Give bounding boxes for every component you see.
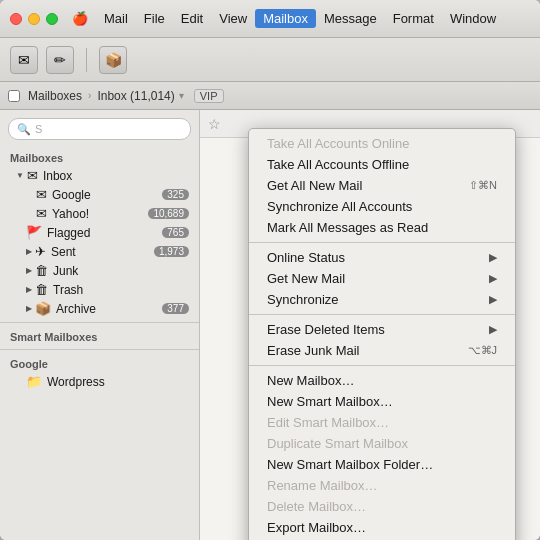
menu-message[interactable]: Message: [316, 9, 385, 28]
menu-apple[interactable]: 🍎: [64, 9, 96, 28]
minimize-button[interactable]: [28, 13, 40, 25]
junk-expand-icon: ▶: [26, 266, 32, 275]
archive-expand-icon: ▶: [26, 304, 32, 313]
menu-item-get-new-mail[interactable]: Get New Mail ▶: [249, 268, 515, 289]
menu-item-duplicate-smart-mailbox[interactable]: Duplicate Smart Mailbox: [249, 433, 515, 454]
take-all-offline-label: Take All Accounts Offline: [267, 157, 409, 172]
menu-item-mark-all-read[interactable]: Mark All Messages as Read: [249, 217, 515, 238]
export-mailbox-label: Export Mailbox…: [267, 520, 366, 535]
flagged-icon: 🚩: [26, 225, 42, 240]
menu-file[interactable]: File: [136, 9, 173, 28]
menu-item-synchronize[interactable]: Synchronize ▶: [249, 289, 515, 310]
menu-item-take-all-offline[interactable]: Take All Accounts Offline: [249, 154, 515, 175]
duplicate-smart-mailbox-label: Duplicate Smart Mailbox: [267, 436, 408, 451]
sidebar-search[interactable]: 🔍 S: [8, 118, 191, 140]
trash-label: Trash: [53, 283, 189, 297]
menu-edit[interactable]: Edit: [173, 9, 211, 28]
sidebar-item-flagged[interactable]: 🚩 Flagged 765: [0, 223, 199, 242]
close-button[interactable]: [10, 13, 22, 25]
menu-item-export-mailbox[interactable]: Export Mailbox…: [249, 517, 515, 538]
dropdown-sep-3: [249, 365, 515, 366]
menu-item-take-all-online[interactable]: Take All Accounts Online: [249, 133, 515, 154]
synchronize-label: Synchronize: [267, 292, 339, 307]
yahoo-icon: ✉: [36, 206, 47, 221]
trash-icon: 🗑: [35, 282, 48, 297]
menu-bar: 🍎 Mail File Edit View Mailbox Message Fo…: [64, 9, 530, 28]
menu-item-delete-mailbox[interactable]: Delete Mailbox…: [249, 496, 515, 517]
google-label: Google: [52, 188, 162, 202]
junk-icon: 🗑: [35, 263, 48, 278]
erase-deleted-arrow: ▶: [489, 323, 497, 336]
titlebar: 🍎 Mail File Edit View Mailbox Message Fo…: [0, 0, 540, 38]
menu-mail[interactable]: Mail: [96, 9, 136, 28]
menu-item-online-status[interactable]: Online Status ▶: [249, 247, 515, 268]
sidebar-item-trash[interactable]: ▶ 🗑 Trash: [0, 280, 199, 299]
breadcrumb-mailboxes[interactable]: Mailboxes: [8, 89, 82, 103]
menu-item-erase-deleted[interactable]: Erase Deleted Items ▶: [249, 319, 515, 340]
sent-expand-icon: ▶: [26, 247, 32, 256]
menu-format[interactable]: Format: [385, 9, 442, 28]
toolbar: ✉ ✏ 📦: [0, 38, 540, 82]
vip-badge[interactable]: VIP: [194, 89, 224, 103]
yahoo-badge: 10,689: [148, 208, 189, 219]
menu-item-new-smart-mailbox-folder[interactable]: New Smart Mailbox Folder…: [249, 454, 515, 475]
new-smart-mailbox-folder-label: New Smart Mailbox Folder…: [267, 457, 433, 472]
menu-item-sync-all[interactable]: Synchronize All Accounts: [249, 196, 515, 217]
archive-button[interactable]: 📦: [99, 46, 127, 74]
sync-all-label: Synchronize All Accounts: [267, 199, 412, 214]
mailbox-dropdown-menu: Take All Accounts Online Take All Accoun…: [248, 128, 516, 540]
breadcrumb-mailboxes-label: Mailboxes: [28, 89, 82, 103]
breadcrumb-inbox[interactable]: Inbox (11,014) ▾: [97, 89, 183, 103]
menu-item-new-smart-mailbox[interactable]: New Smart Mailbox…: [249, 391, 515, 412]
mark-all-read-label: Mark All Messages as Read: [267, 220, 428, 235]
menu-item-new-mailbox[interactable]: New Mailbox…: [249, 370, 515, 391]
star-col-icon: ☆: [208, 116, 221, 132]
sidebar-item-yahoo[interactable]: ✉ Yahoo! 10,689: [0, 204, 199, 223]
erase-junk-label: Erase Junk Mail: [267, 343, 359, 358]
dropdown-sep-1: [249, 242, 515, 243]
sidebar-item-wordpress[interactable]: 📁 Wordpress: [0, 372, 199, 391]
junk-label: Junk: [53, 264, 189, 278]
maximize-button[interactable]: [46, 13, 58, 25]
sidebar-item-archive[interactable]: ▶ 📦 Archive 377: [0, 299, 199, 318]
synchronize-arrow: ▶: [489, 293, 497, 306]
expand-icon: ▼: [16, 171, 24, 180]
sent-label: Sent: [51, 245, 154, 259]
sidebar-divider-2: [0, 349, 199, 350]
menu-item-get-all-new-mail[interactable]: Get All New Mail ⇧⌘N: [249, 175, 515, 196]
search-placeholder: S: [35, 123, 42, 135]
sent-badge: 1,973: [154, 246, 189, 257]
erase-junk-shortcut: ⌥⌘J: [468, 344, 498, 357]
get-all-new-mail-label: Get All New Mail: [267, 178, 362, 193]
new-smart-mailbox-label: New Smart Mailbox…: [267, 394, 393, 409]
menu-mailbox[interactable]: Mailbox: [255, 9, 316, 28]
sidebar-item-junk[interactable]: ▶ 🗑 Junk: [0, 261, 199, 280]
breadcrumb-dropdown-arrow[interactable]: ▾: [179, 90, 184, 101]
sidebar-item-google[interactable]: ✉ Google 325: [0, 185, 199, 204]
wordpress-label: Wordpress: [47, 375, 189, 389]
edit-smart-mailbox-label: Edit Smart Mailbox…: [267, 415, 389, 430]
compose-button[interactable]: ✉: [10, 46, 38, 74]
menu-item-erase-junk[interactable]: Erase Junk Mail ⌥⌘J: [249, 340, 515, 361]
menu-window[interactable]: Window: [442, 9, 504, 28]
archive-label: Archive: [56, 302, 162, 316]
archive-badge: 377: [162, 303, 189, 314]
menu-item-rename-mailbox[interactable]: Rename Mailbox…: [249, 475, 515, 496]
sidebar: 🔍 S Mailboxes ▼ ✉ Inbox ✉ Google 325 ✉ Y…: [0, 110, 200, 540]
rename-mailbox-label: Rename Mailbox…: [267, 478, 378, 493]
sidebar-section-google: Google: [0, 354, 199, 372]
new-message-button[interactable]: ✏: [46, 46, 74, 74]
dropdown-sep-2: [249, 314, 515, 315]
sidebar-item-inbox[interactable]: ▼ ✉ Inbox: [0, 166, 199, 185]
menu-view[interactable]: View: [211, 9, 255, 28]
traffic-lights: [10, 13, 58, 25]
erase-deleted-label: Erase Deleted Items: [267, 322, 385, 337]
toolbar-separator: [86, 48, 87, 72]
mailboxes-checkbox[interactable]: [8, 90, 20, 102]
sidebar-section-mailboxes: Mailboxes: [0, 148, 199, 166]
menu-item-edit-smart-mailbox[interactable]: Edit Smart Mailbox…: [249, 412, 515, 433]
main-area: 🔍 S Mailboxes ▼ ✉ Inbox ✉ Google 325 ✉ Y…: [0, 110, 540, 540]
wordpress-icon: 📁: [26, 374, 42, 389]
breadcrumb-separator: ›: [88, 90, 91, 101]
sidebar-item-sent[interactable]: ▶ ✈ Sent 1,973: [0, 242, 199, 261]
